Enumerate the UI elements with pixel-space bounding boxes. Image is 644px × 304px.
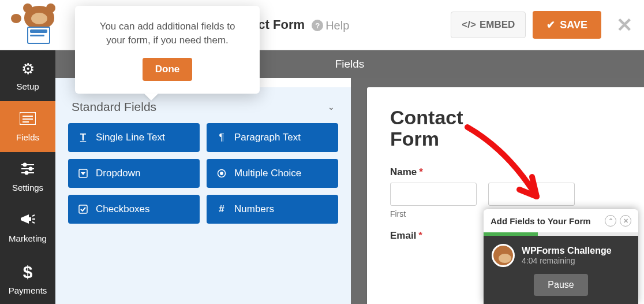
logo xyxy=(12,6,67,44)
save-button[interactable]: ✔ SAVE xyxy=(533,11,601,39)
done-button[interactable]: Done xyxy=(143,58,193,81)
collapse-icon[interactable]: ⌃ xyxy=(605,215,616,227)
avatar xyxy=(492,244,515,267)
field-single-line-text[interactable]: T Single Line Text xyxy=(68,123,200,152)
form-title: Contact Form xyxy=(390,107,506,150)
field-numbers[interactable]: # Numbers xyxy=(207,195,338,224)
svg-point-7 xyxy=(29,168,32,170)
text-icon: T xyxy=(77,132,89,143)
help-link[interactable]: Help xyxy=(325,19,349,32)
close-icon[interactable]: ✕ xyxy=(616,13,632,36)
sidebar-item-setup[interactable]: ⚙ Setup xyxy=(0,50,55,101)
embed-button[interactable]: </> EMBED xyxy=(451,12,526,38)
last-name-input[interactable] xyxy=(488,183,575,206)
svg-point-5 xyxy=(24,164,27,166)
sidebar-item-payments[interactable]: $ Payments xyxy=(0,253,55,304)
sidebar-item-marketing[interactable]: Marketing xyxy=(0,202,55,253)
name-label: Name* xyxy=(390,166,423,177)
field-checkboxes[interactable]: Checkboxes xyxy=(68,195,200,224)
chevron-down-icon: ⌄ xyxy=(328,102,335,112)
pause-button[interactable]: Pause xyxy=(534,274,587,296)
field-paragraph-text[interactable]: ¶ Paragraph Text xyxy=(207,123,338,152)
sliders-icon xyxy=(20,161,35,179)
svg-point-13 xyxy=(220,172,223,175)
field-dropdown[interactable]: Dropdown xyxy=(68,159,200,188)
caret-square-icon xyxy=(77,169,89,178)
dollar-icon: $ xyxy=(23,262,33,282)
sidebar: ⚙ Setup Fields Settings Marketing $ Paym… xyxy=(0,50,55,304)
code-icon: </> xyxy=(462,19,476,31)
svg-rect-14 xyxy=(79,205,87,213)
field-multiple-choice[interactable]: Multiple Choice xyxy=(207,159,338,188)
sidebar-item-settings[interactable]: Settings xyxy=(0,152,55,203)
form-icon xyxy=(20,111,36,129)
challenge-popup: Add Fields to Your Form ⌃ ✕ WPForms Chal… xyxy=(484,209,638,304)
bullhorn-icon xyxy=(20,212,36,230)
first-name-input[interactable] xyxy=(390,183,477,206)
gear-icon: ⚙ xyxy=(21,60,35,78)
tooltip-text: You can add additional fields to your fo… xyxy=(90,20,245,47)
hash-icon: # xyxy=(216,203,227,215)
challenge-remaining: 4:04 remaining xyxy=(522,256,612,265)
close-challenge-icon[interactable]: ✕ xyxy=(620,215,631,227)
radio-icon xyxy=(216,169,227,178)
sidebar-item-fields[interactable]: Fields xyxy=(0,101,55,152)
challenge-title: WPForms Challenge xyxy=(522,246,612,256)
svg-point-9 xyxy=(25,172,28,175)
first-sublabel: First xyxy=(390,209,477,218)
check-icon: ✔ xyxy=(546,18,555,31)
paragraph-icon: ¶ xyxy=(216,132,227,143)
check-square-icon xyxy=(77,205,89,214)
onboarding-tooltip: You can add additional fields to your fo… xyxy=(75,6,260,94)
challenge-step-title: Add Fields to Your Form xyxy=(491,216,591,226)
svg-rect-10 xyxy=(29,217,31,221)
help-icon[interactable]: ? xyxy=(312,20,323,31)
